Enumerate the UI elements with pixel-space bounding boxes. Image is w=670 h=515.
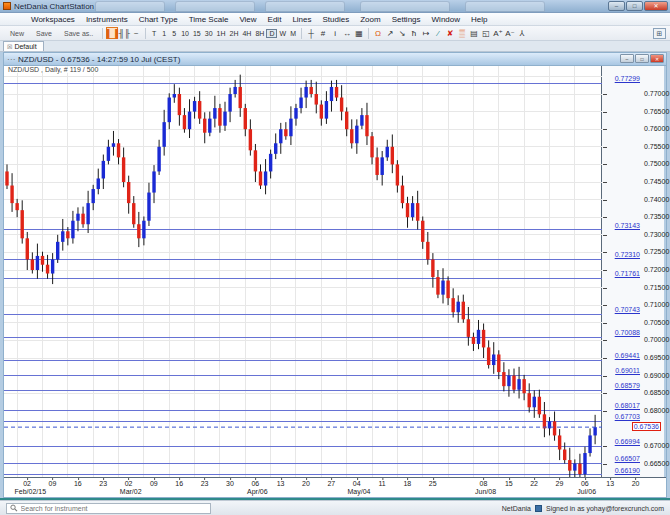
workspace-tabbar: ☒ Default — [0, 41, 670, 52]
tab-close-icon[interactable]: ☒ — [7, 43, 12, 50]
level-price-label[interactable]: 0.67703 — [602, 413, 640, 420]
timeframe-1h[interactable]: 1H — [215, 30, 228, 37]
menu-window[interactable]: Window — [427, 14, 465, 25]
zoom-in-icon[interactable]: A⁺ — [492, 27, 504, 39]
mini-chart-icon[interactable]: ▦ — [353, 27, 365, 39]
pencil-icon[interactable]: ⁄ — [432, 27, 444, 39]
hline-tool-icon[interactable]: ħ — [408, 27, 420, 39]
date-tick-label: 02 — [125, 480, 133, 487]
candlestick-chart[interactable] — [4, 66, 602, 480]
level-price-label[interactable]: 0.77299 — [602, 75, 640, 82]
trendline-up-icon[interactable]: ↗ — [384, 27, 396, 39]
date-tick-label: 09 — [150, 480, 158, 487]
pan-icon[interactable]: ↔ — [341, 27, 353, 39]
price-tick-label: 0.69000 — [644, 372, 669, 379]
chart-restore-button[interactable]: □ — [635, 54, 649, 63]
text-tool-icon[interactable]: ⅄ — [516, 27, 528, 39]
menu-settings[interactable]: Settings — [387, 14, 426, 25]
timeframe-15[interactable]: 15 — [191, 30, 203, 37]
date-tick-label: 16 — [74, 480, 82, 487]
delete-drawing-icon[interactable]: ✘ — [444, 27, 456, 39]
chart-minimize-button[interactable]: – — [620, 54, 634, 63]
level-price-label[interactable]: 0.69011 — [602, 367, 640, 374]
ray-tool-icon[interactable]: ↦ — [420, 27, 432, 39]
info-icon[interactable]: i — [329, 27, 341, 39]
level-price-label[interactable]: 0.66994 — [602, 438, 640, 445]
date-tick-label: 30 — [226, 480, 234, 487]
date-tick-label: 29 — [556, 480, 564, 487]
level-price-label[interactable]: 0.72310 — [602, 251, 640, 258]
timeframe-t[interactable]: T — [149, 30, 159, 37]
trendline-down-icon[interactable]: ↘ — [396, 27, 408, 39]
time-axis[interactable]: 0209162302091623300613202704111825081522… — [4, 477, 666, 497]
level-price-label[interactable]: 0.66507 — [602, 455, 640, 462]
menu-help[interactable]: Help — [466, 14, 492, 25]
timeframe-5[interactable]: 5 — [169, 30, 179, 37]
price-tick-label: 0.67000 — [644, 442, 669, 449]
timeframe-w[interactable]: W — [277, 30, 288, 37]
timeframe-30[interactable]: 30 — [203, 30, 215, 37]
minimize-button[interactable]: – — [608, 1, 625, 11]
alert-bell-icon[interactable]: Ω — [372, 27, 384, 39]
timeframe-8h[interactable]: 8H — [253, 30, 266, 37]
timeframe-4h[interactable]: 4H — [240, 30, 253, 37]
close-button[interactable]: ✕ — [644, 1, 668, 11]
price-tick-label: 0.70000 — [644, 336, 669, 343]
level-price-label[interactable]: 0.73143 — [602, 222, 640, 229]
delete-all-icon[interactable]: ▒ — [456, 27, 468, 39]
price-tick-label: 0.76500 — [644, 108, 669, 115]
bar-chart-icon[interactable]: ╢╟ — [118, 27, 130, 39]
price-tick-label: 0.72000 — [644, 266, 669, 273]
os-titlebar: NetDania ChartStation – □ ✕ — [0, 0, 670, 13]
month-label: Jul/06 — [577, 488, 596, 495]
new-button[interactable]: New — [4, 30, 30, 37]
instrument-search[interactable] — [6, 503, 211, 514]
price-tick-label: 0.75000 — [644, 160, 669, 167]
chart-window-titlebar[interactable]: ⋯ NZD/USD - 0.67536 - 14:27:59 10 Jul (C… — [4, 53, 666, 66]
menu-edit[interactable]: Edit — [263, 14, 287, 25]
level-price-label[interactable]: 0.70743 — [602, 306, 640, 313]
menu-time-scale[interactable]: Time Scale — [184, 14, 234, 25]
menu-instruments[interactable]: Instruments — [81, 14, 133, 25]
timeframe-d[interactable]: D — [266, 29, 277, 38]
menu-zoom[interactable]: Zoom — [355, 14, 385, 25]
menu-view[interactable]: View — [234, 14, 261, 25]
price-axis[interactable]: 0.770000.765000.760000.755000.750000.745… — [602, 66, 666, 477]
save-button[interactable]: Save — [30, 30, 58, 37]
preview-icon[interactable]: ◱ — [480, 27, 492, 39]
timeframe-10[interactable]: 10 — [179, 30, 191, 37]
signed-in-label[interactable]: Signed in as yohay@forexcrunch.com — [546, 505, 664, 512]
price-tick-label: 0.68000 — [644, 407, 669, 414]
save-as-button[interactable]: Save as.. — [58, 30, 99, 37]
level-price-label[interactable]: 0.68017 — [602, 402, 640, 409]
chart-plot-area[interactable]: NZD/USD , Daily, # 119 / 500 — [4, 66, 602, 477]
candlestick-chart-icon[interactable]: ▌▐ — [106, 27, 118, 39]
date-tick-label: 20 — [302, 480, 310, 487]
menu-studies[interactable]: Studies — [318, 14, 355, 25]
search-input[interactable] — [21, 505, 207, 512]
timeframe-1[interactable]: 1 — [159, 30, 169, 37]
level-price-label[interactable]: 0.71761 — [602, 270, 640, 277]
tab-default[interactable]: ☒ Default — [3, 41, 44, 51]
current-price-badge: 0.67536 — [632, 422, 661, 431]
menu-lines[interactable]: Lines — [287, 14, 316, 25]
menu-workspaces[interactable]: Workspaces — [26, 14, 80, 25]
grid-icon[interactable]: # — [317, 27, 329, 39]
restore-button[interactable]: □ — [626, 1, 643, 11]
timeframe-2h[interactable]: 2H — [228, 30, 241, 37]
level-price-label[interactable]: 0.66190 — [602, 467, 640, 474]
crosshair-icon[interactable]: ┼ — [305, 27, 317, 39]
chart-close-button[interactable]: ✕ — [650, 54, 664, 63]
level-price-label[interactable]: 0.69441 — [602, 352, 640, 359]
date-tick-label: 27 — [327, 480, 335, 487]
level-price-label[interactable]: 0.70088 — [602, 329, 640, 336]
timeframe-m[interactable]: M — [288, 30, 298, 37]
background-tab — [265, 1, 345, 12]
netdania-logo-icon — [535, 505, 542, 512]
zoom-out-icon[interactable]: A⁻ — [504, 27, 516, 39]
line-chart-icon[interactable]: ~ — [130, 27, 142, 39]
restore-layout-icon[interactable]: ⊞ — [653, 28, 666, 39]
print-icon[interactable]: ▤ — [468, 27, 480, 39]
menu-chart-type[interactable]: Chart Type — [134, 14, 183, 25]
level-price-label[interactable]: 0.68579 — [602, 382, 640, 389]
